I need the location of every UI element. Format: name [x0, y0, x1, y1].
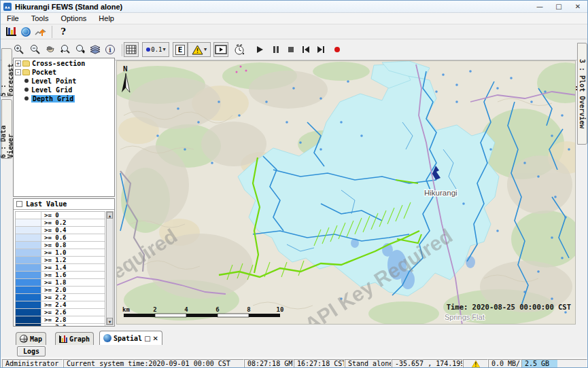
layers-icon[interactable]: [88, 42, 103, 57]
svg-text:i: i: [109, 46, 111, 54]
threshold-dropdown[interactable]: 0.1 ▼: [142, 42, 169, 57]
bar-chart-icon: [59, 335, 67, 343]
last-value-checkbox[interactable]: [16, 201, 22, 207]
layer-tree-panel: + Cross-section - Pocket Level Point Lev…: [13, 58, 115, 197]
svg-text:N: N: [123, 65, 128, 73]
legend-value: >= 2.0: [41, 287, 67, 293]
threshold-value: 0.1: [151, 46, 162, 53]
legend-row[interactable]: >= 2.8: [16, 316, 105, 324]
legend-row[interactable]: >= 0.2: [16, 219, 105, 227]
globe-data-viewer-icon[interactable]: [18, 24, 33, 39]
legend-row[interactable]: >= 0.6: [16, 234, 105, 242]
status-warning-cell[interactable]: [463, 359, 488, 368]
tab-map[interactable]: Map: [16, 332, 46, 345]
legend-color-swatch: [16, 257, 41, 263]
animation-timer-icon[interactable]: [232, 42, 247, 57]
legend-color-swatch: [16, 264, 41, 271]
map-time-label: Time: 2020-08-25 00:00:00 CST: [447, 303, 571, 311]
tab-close-icon[interactable]: ✕: [153, 335, 158, 342]
zoom-out-icon[interactable]: [28, 42, 43, 57]
play-icon[interactable]: [252, 42, 267, 57]
collapse-icon[interactable]: -: [15, 69, 21, 75]
legend-value: >= 2.4: [41, 301, 67, 308]
close-button[interactable]: ✕: [568, 1, 587, 12]
movie-player-icon[interactable]: [213, 42, 228, 57]
legend-value: >= 3.0: [41, 324, 67, 327]
tab-maximize-icon[interactable]: □: [144, 335, 150, 342]
explorer-icon[interactable]: [3, 24, 18, 39]
pause-icon[interactable]: [269, 42, 283, 57]
warning-icon: [472, 361, 480, 367]
legend-color-swatch: [16, 309, 41, 316]
grid-display-icon[interactable]: [124, 42, 139, 57]
legend-row[interactable]: >= 1.8: [16, 279, 105, 287]
legend-row[interactable]: >= 1.2: [16, 257, 105, 264]
warning-threshold-dropdown[interactable]: ! ▼: [188, 42, 211, 57]
legend-row[interactable]: >= 0: [16, 212, 105, 219]
minimize-button[interactable]: —: [530, 1, 549, 12]
legend-row[interactable]: >= 1.6: [16, 272, 105, 279]
title-bar[interactable]: Hikurangi FEWS (Stand alone) — □ ✕: [1, 1, 587, 13]
zoom-previous-icon[interactable]: [58, 42, 73, 57]
legend-color-swatch: [16, 287, 41, 293]
tree-item-level-point[interactable]: Level Point: [15, 77, 114, 85]
legend-color-swatch: [16, 212, 41, 219]
tree-item-depth-grid[interactable]: Depth Grid: [15, 94, 114, 103]
legend-row[interactable]: >= 2.6: [16, 309, 105, 316]
legend-scrollbar[interactable]: ▲ ▼: [106, 211, 114, 325]
logs-button[interactable]: Logs: [17, 346, 46, 356]
legend-value: >= 1.4: [41, 264, 67, 271]
svg-text:10: 10: [277, 306, 284, 313]
legend-row[interactable]: >= 1.0: [16, 249, 105, 257]
info-icon[interactable]: i: [103, 42, 118, 57]
locality-label: Springs Flat: [445, 313, 485, 321]
sphere-icon: [103, 334, 111, 342]
folder-icon: [22, 60, 30, 67]
record-icon[interactable]: [330, 42, 345, 57]
toolbar-separator: [52, 26, 52, 38]
legend-row[interactable]: >= 1.4: [16, 264, 105, 272]
legend-row[interactable]: >= 2.0: [16, 287, 105, 294]
globe-icon: [20, 335, 28, 343]
legend-row[interactable]: >= 2.2: [16, 294, 105, 301]
menu-help[interactable]: Help: [92, 14, 120, 23]
sidebar-tab-data-viewer[interactable]: 6 : Data Viewer: [1, 99, 12, 159]
svg-text:6: 6: [215, 306, 219, 313]
scroll-down-icon[interactable]: ▼: [107, 318, 113, 325]
spatial-display-icon[interactable]: [33, 24, 48, 39]
map-canvas[interactable]: API Key Required API Key Required Hikura…: [116, 60, 576, 325]
legend-row[interactable]: >= 3.0: [16, 324, 105, 327]
legend-row[interactable]: >= 0.4: [16, 227, 105, 234]
sidebar-tab-forecast[interactable]: 5 : Forecast: [1, 48, 12, 97]
legend-value: >= 0.6: [41, 234, 67, 241]
last-frame-icon[interactable]: [313, 42, 328, 57]
help-button[interactable]: ?: [56, 24, 71, 39]
tree-item-level-grid[interactable]: Level Grid: [15, 86, 114, 94]
svg-text:2: 2: [153, 306, 156, 313]
folder-icon: [22, 69, 30, 75]
status-memory[interactable]: 2.5 GB: [521, 359, 587, 368]
first-frame-icon[interactable]: [298, 42, 313, 57]
tab-graph[interactable]: Graph: [55, 332, 94, 345]
tree-item-cross-section[interactable]: + Cross-section: [15, 59, 114, 67]
zoom-next-icon[interactable]: [73, 42, 88, 57]
menu-tools[interactable]: Tools: [25, 14, 55, 23]
town-label: Hikurangi: [424, 189, 457, 197]
legend-panel: Last Value >= 0>= 0.2>= 0.4>= 0.6>= 0.8>…: [13, 198, 115, 327]
legend-row[interactable]: >= 2.4: [16, 301, 105, 309]
legend-row[interactable]: >= 0.8: [16, 242, 105, 249]
toolbar-separator: [122, 44, 122, 56]
tree-item-pocket[interactable]: - Pocket: [15, 68, 114, 76]
expand-icon[interactable]: +: [15, 60, 21, 67]
legend-color-swatch: [16, 249, 41, 256]
maximize-button[interactable]: □: [549, 1, 568, 12]
scroll-up-icon[interactable]: ▲: [107, 212, 113, 219]
tab-spatial[interactable]: Spatial □ ✕: [99, 331, 162, 345]
menu-file[interactable]: File: [1, 14, 25, 23]
sidebar-tab-plot-overview[interactable]: 3 : Plot Overview: [577, 43, 587, 145]
legend-value: >= 2.2: [41, 294, 67, 301]
pan-hand-icon[interactable]: [43, 42, 58, 57]
stop-icon[interactable]: [283, 42, 298, 57]
label-tool-icon[interactable]: E: [173, 42, 188, 57]
menu-options[interactable]: Options: [54, 14, 92, 23]
